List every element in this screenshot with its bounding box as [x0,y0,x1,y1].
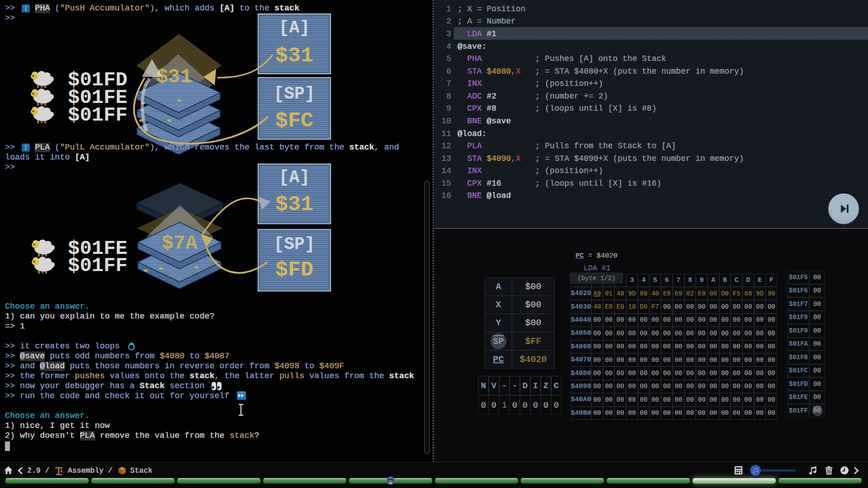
svg-text:$FC: $FC [275,109,314,133]
svg-text:$31: $31 [275,44,314,68]
svg-text:[SP]: [SP] [274,235,315,254]
svg-text:$31: $31 [275,192,314,216]
svg-text:[SP]: [SP] [274,84,315,103]
svg-text:$7A: $7A [161,232,198,254]
svg-text:$FD: $FD [275,258,314,282]
svg-text:$01FF: $01FF [68,254,127,277]
svg-text:$01FF: $01FF [68,104,127,127]
